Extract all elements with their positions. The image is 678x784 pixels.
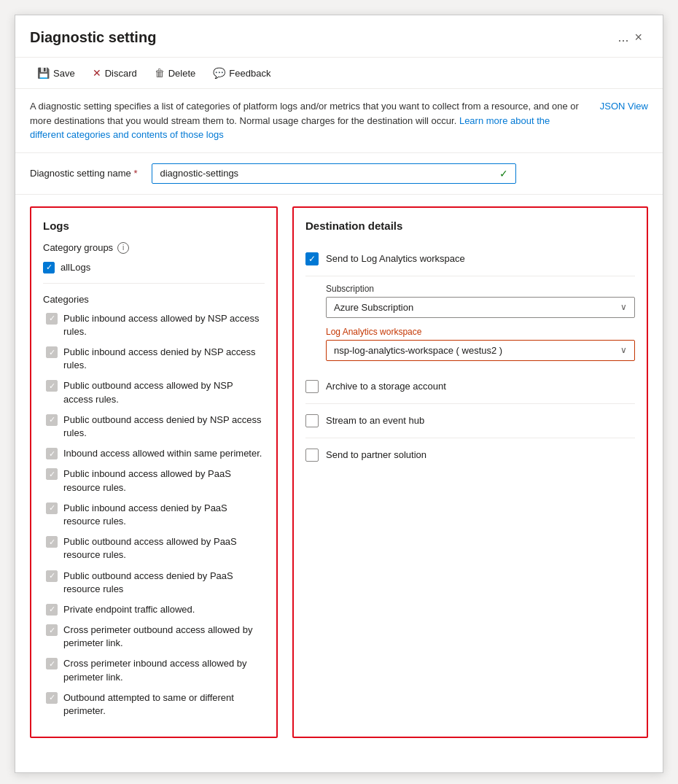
- setting-name-row: Diagnostic setting name * diagnostic-set…: [15, 153, 663, 195]
- category-checkbox-12[interactable]: [46, 692, 58, 704]
- category-label-2: Public outbound access allowed by NSP ac…: [63, 379, 265, 405]
- list-item: Public inbound access denied by NSP acce…: [46, 346, 265, 372]
- category-checkbox-8[interactable]: [46, 570, 58, 582]
- json-view-link[interactable]: JSON View: [600, 99, 648, 114]
- event-hub-label: Stream to an event hub: [326, 415, 424, 426]
- subscription-chevron-icon: ∨: [620, 302, 627, 312]
- category-groups-label: Category groups: [43, 242, 113, 253]
- partner-label: Send to partner solution: [326, 449, 426, 460]
- dialog-header: Diagnostic setting ... ×: [15, 15, 663, 58]
- list-item: Public inbound access allowed by PaaS re…: [46, 467, 265, 494]
- description-text: A diagnostic setting specifies a list of…: [30, 99, 600, 142]
- delete-button[interactable]: 🗑 Delete: [147, 63, 203, 82]
- category-checkbox-11[interactable]: [46, 658, 58, 669]
- logs-panel-title: Logs: [43, 220, 265, 232]
- destination-panel: Destination details Send to Log Analytic…: [292, 206, 648, 739]
- category-checkbox-7[interactable]: [46, 536, 58, 548]
- dialog-title: Diagnostic setting: [30, 29, 610, 46]
- log-analytics-sub-fields: Subscription Azure Subscription ∨ Log An…: [326, 284, 635, 361]
- categories-section: Categories Public inbound access allowed…: [43, 294, 265, 718]
- category-label-9: Private endpoint traffic allowed.: [63, 603, 195, 616]
- list-item: Public inbound access allowed by NSP acc…: [46, 312, 265, 338]
- save-button[interactable]: 💾 Save: [30, 63, 82, 82]
- list-item: Public outbound access denied by PaaS re…: [46, 570, 265, 596]
- category-label-3: Public outbound access denied by NSP acc…: [63, 414, 265, 440]
- dialog-dots-menu[interactable]: ...: [617, 30, 628, 45]
- list-item: Private endpoint traffic allowed.: [46, 603, 265, 616]
- subscription-value: Azure Subscription: [334, 302, 413, 313]
- setting-name-label: Diagnostic setting name *: [30, 168, 137, 179]
- log-analytics-label: Send to Log Analytics workspace: [326, 253, 465, 264]
- list-item: Public outbound access allowed by NSP ac…: [46, 379, 265, 405]
- category-checkbox-5[interactable]: [46, 468, 58, 480]
- category-label-8: Public outbound access denied by PaaS re…: [63, 570, 265, 596]
- all-logs-checkbox[interactable]: [43, 262, 55, 273]
- partner-solution-option: Send to partner solution: [305, 438, 635, 472]
- log-analytics-checkbox[interactable]: [305, 252, 319, 265]
- discard-icon: ✕: [93, 67, 101, 79]
- storage-checkbox[interactable]: [305, 380, 319, 393]
- category-checkbox-3[interactable]: [46, 414, 58, 426]
- setting-name-value[interactable]: diagnostic-settings: [160, 168, 238, 179]
- separator-1: [43, 283, 265, 284]
- category-label-11: Cross perimeter inbound access allowed b…: [63, 657, 265, 683]
- list-item: Cross perimeter inbound access allowed b…: [46, 657, 265, 683]
- event-hub-option: Stream to an event hub: [305, 404, 635, 438]
- discard-label: Discard: [105, 68, 137, 79]
- subscription-label: Subscription: [326, 284, 635, 294]
- feedback-button[interactable]: 💬 Feedback: [206, 63, 278, 82]
- storage-label: Archive to a storage account: [326, 381, 446, 392]
- category-checkbox-2[interactable]: [46, 380, 58, 392]
- list-item: Inbound access allowed within same perim…: [46, 447, 265, 460]
- all-logs-item: allLogs: [43, 261, 265, 274]
- description-bar: A diagnostic setting specifies a list of…: [15, 89, 663, 153]
- category-checkbox-4[interactable]: [46, 448, 58, 459]
- workspace-value: nsp-log-analytics-workspace ( westus2 ): [334, 345, 502, 356]
- feedback-label: Feedback: [229, 68, 270, 79]
- delete-icon: 🗑: [155, 67, 165, 79]
- workspace-select[interactable]: nsp-log-analytics-workspace ( westus2 ) …: [326, 340, 635, 361]
- list-item: Cross perimeter outbound access allowed …: [46, 624, 265, 650]
- category-label-10: Cross perimeter outbound access allowed …: [63, 624, 265, 650]
- discard-button[interactable]: ✕ Discard: [85, 63, 144, 82]
- category-label-4: Inbound access allowed within same perim…: [63, 447, 262, 460]
- event-hub-checkbox[interactable]: [305, 414, 319, 427]
- workspace-label: Log Analytics workspace: [326, 327, 635, 337]
- category-label-0: Public inbound access allowed by NSP acc…: [63, 312, 265, 338]
- subscription-select[interactable]: Azure Subscription ∨: [326, 297, 635, 318]
- category-checkbox-1[interactable]: [46, 346, 58, 358]
- category-groups-header: Category groups i: [43, 242, 265, 254]
- required-star: *: [133, 168, 137, 179]
- logs-panel: Logs Category groups i allLogs Categorie…: [30, 206, 278, 739]
- main-content: Logs Category groups i allLogs Categorie…: [15, 195, 663, 750]
- category-label-1: Public inbound access denied by NSP acce…: [63, 346, 265, 372]
- save-label: Save: [53, 68, 75, 79]
- storage-account-option: Archive to a storage account: [305, 370, 635, 404]
- partner-checkbox[interactable]: [305, 449, 319, 462]
- log-analytics-option: Send to Log Analytics workspace: [305, 242, 635, 276]
- feedback-icon: 💬: [213, 67, 225, 79]
- category-checkbox-6[interactable]: [46, 502, 58, 514]
- save-icon: 💾: [37, 67, 50, 79]
- check-mark-icon: ✓: [499, 168, 508, 179]
- destination-panel-title: Destination details: [305, 220, 635, 232]
- workspace-chevron-icon: ∨: [620, 345, 627, 355]
- close-button[interactable]: ×: [628, 27, 648, 48]
- category-label-5: Public inbound access allowed by PaaS re…: [63, 467, 265, 494]
- list-item: Public outbound access allowed by PaaS r…: [46, 535, 265, 562]
- category-checkbox-0[interactable]: [46, 313, 58, 325]
- list-item: Public inbound access denied by PaaS res…: [46, 502, 265, 528]
- list-item: Public outbound access denied by NSP acc…: [46, 414, 265, 440]
- category-label-7: Public outbound access allowed by PaaS r…: [63, 535, 265, 562]
- category-checkbox-10[interactable]: [46, 624, 58, 636]
- category-label-6: Public inbound access denied by PaaS res…: [63, 502, 265, 528]
- all-logs-label: allLogs: [61, 261, 90, 274]
- list-item: Outbound attempted to same or different …: [46, 691, 265, 718]
- category-label-12: Outbound attempted to same or different …: [63, 691, 265, 718]
- setting-name-input-wrapper: diagnostic-settings ✓: [152, 163, 516, 184]
- categories-label: Categories: [43, 294, 265, 305]
- info-icon[interactable]: i: [117, 242, 129, 254]
- category-checkbox-9[interactable]: [46, 604, 58, 616]
- diagnostic-setting-dialog: Diagnostic setting ... × 💾 Save ✕ Discar…: [15, 15, 663, 773]
- toolbar: 💾 Save ✕ Discard 🗑 Delete 💬 Feedback: [15, 58, 663, 89]
